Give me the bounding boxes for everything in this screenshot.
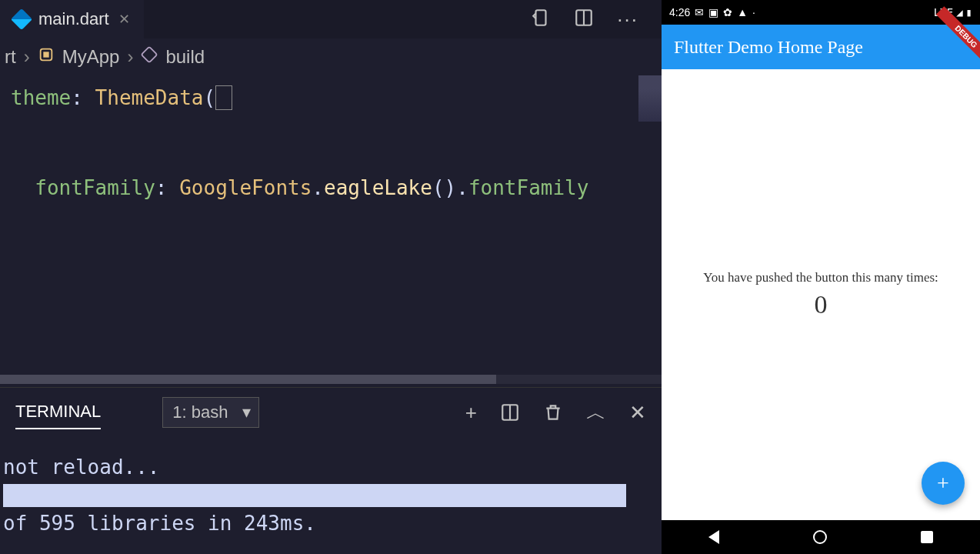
code-editor[interactable]: theme: ThemeData( fontFamily: GoogleFont… — [0, 75, 662, 375]
home-button[interactable] — [813, 530, 827, 544]
plus-icon: + — [937, 471, 949, 496]
terminal-header: TERMINAL 1: bash + ︿ ✕ — [0, 388, 662, 437]
fab-add-button[interactable]: + — [922, 462, 965, 505]
code-token: fontFamily — [35, 176, 155, 199]
terminal-line: of 595 libraries in 243ms. — [3, 509, 658, 539]
close-panel-icon[interactable]: ✕ — [629, 401, 646, 425]
editor-pane: main.dart ✕ ··· rt › MyApp › build theme… — [0, 0, 662, 554]
app-body: You have pushed the button this many tim… — [662, 69, 980, 520]
dot-icon: · — [752, 6, 755, 18]
tab-filename: main.dart — [38, 9, 109, 29]
android-status-bar: 4:26 ✉ ▣ ✿ ▲ · LTE ◢ ▮ — [662, 0, 980, 25]
more-actions-icon[interactable]: ··· — [617, 8, 638, 32]
class-icon — [38, 46, 55, 68]
shell-name: 1: bash — [172, 402, 228, 422]
breadcrumb-method[interactable]: build — [165, 46, 205, 68]
scrollbar-thumb[interactable] — [0, 375, 496, 384]
image-icon: ▣ — [708, 6, 718, 18]
android-nav-bar — [662, 520, 980, 554]
split-terminal-icon[interactable] — [500, 402, 520, 422]
breadcrumb-class[interactable]: MyApp — [62, 46, 120, 68]
phone-emulator: 4:26 ✉ ▣ ✿ ▲ · LTE ◢ ▮ Flutter Demo Home… — [662, 0, 980, 554]
chevron-up-icon[interactable]: ︿ — [586, 399, 606, 426]
dart-file-icon — [11, 8, 32, 30]
counter-value: 0 — [815, 290, 828, 319]
back-button[interactable] — [708, 530, 719, 544]
code-token: theme — [11, 86, 71, 109]
recents-button[interactable] — [921, 531, 933, 543]
battery-icon: ▮ — [966, 6, 972, 18]
new-terminal-icon[interactable]: + — [465, 401, 477, 425]
signal-icon: ◢ — [956, 6, 962, 18]
trash-icon[interactable] — [543, 402, 563, 422]
chevron-right-icon: › — [127, 46, 133, 68]
breadcrumb[interactable]: rt › MyApp › build — [0, 38, 662, 75]
breadcrumb-segment[interactable]: rt — [5, 46, 16, 68]
status-time: 4:26 — [669, 6, 690, 18]
tab-bar: main.dart ✕ ··· — [0, 0, 662, 38]
app-title: Flutter Demo Home Page — [674, 37, 863, 58]
drive-icon: ▲ — [737, 6, 748, 18]
split-editor-icon[interactable] — [574, 8, 594, 28]
terminal-panel: TERMINAL 1: bash + ︿ ✕ not reload... of … — [0, 387, 662, 554]
code-token: fontFamily — [468, 176, 589, 199]
code-token: eagleLake — [324, 176, 432, 199]
code-token: GoogleFonts — [179, 176, 312, 199]
terminal-output[interactable]: not reload... of 595 libraries in 243ms. — [0, 437, 662, 554]
terminal-line: not reload... — [3, 452, 658, 482]
terminal-tab[interactable]: TERMINAL — [15, 395, 101, 429]
app-bar: Flutter Demo Home Page DEBUG — [662, 25, 980, 69]
file-tab[interactable]: main.dart ✕ — [0, 0, 144, 38]
svg-rect-5 — [142, 47, 158, 63]
minimap[interactable] — [638, 75, 662, 122]
settings-icon: ✿ — [723, 6, 732, 18]
device-icon[interactable] — [531, 8, 551, 28]
close-tab-icon[interactable]: ✕ — [118, 11, 130, 28]
method-icon — [141, 46, 158, 68]
chevron-right-icon: › — [24, 46, 30, 68]
code-token: ThemeData — [95, 86, 204, 109]
mail-icon: ✉ — [695, 6, 704, 18]
editor-top-actions: ··· — [531, 8, 662, 32]
body-text: You have pushed the button this many tim… — [703, 270, 938, 285]
terminal-shell-select[interactable]: 1: bash — [162, 397, 259, 428]
horizontal-scrollbar[interactable] — [0, 375, 662, 384]
svg-rect-4 — [43, 52, 48, 57]
svg-rect-0 — [536, 10, 546, 25]
terminal-highlight — [3, 484, 626, 507]
